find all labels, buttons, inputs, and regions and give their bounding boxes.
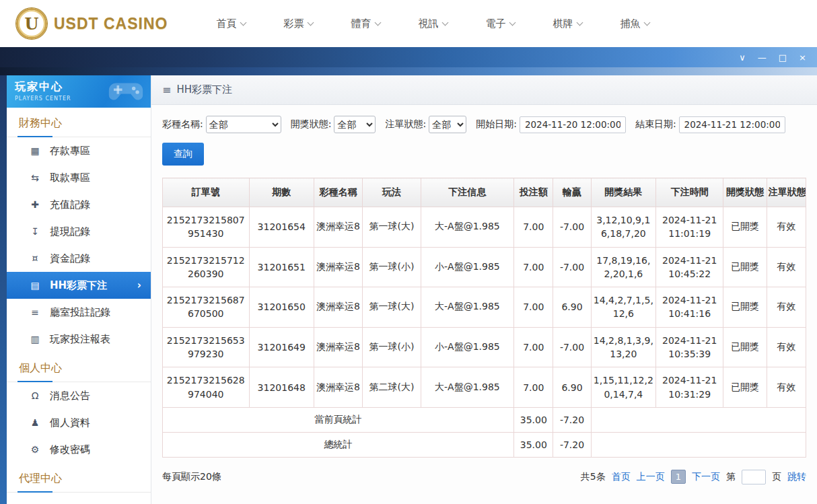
nav-label: 棋牌: [553, 17, 573, 30]
prev-page-link[interactable]: 上一页: [637, 471, 665, 483]
cell-play-type: 第一球(大): [363, 207, 421, 248]
page-total-row: 當前頁統計 35.00 -7.20: [163, 407, 806, 432]
sidebar-item-withdraw[interactable]: ⇆ 取款專區: [7, 164, 151, 191]
table-row: 2152173215712260390 31201651 澳洲幸运8 第一球(小…: [163, 247, 806, 287]
cell-bet-amount: 7.00: [514, 247, 553, 287]
lottery-name-select[interactable]: 全部: [206, 116, 281, 133]
gamepad-icon: [106, 79, 145, 104]
table-row: 2152173215807951430 31201654 澳洲幸运8 第一球(大…: [163, 207, 806, 248]
menu-icon[interactable]: ≡: [162, 83, 171, 96]
draw-status-label: 開獎狀態:: [291, 118, 332, 131]
top-header: U USDT CASINO 首頁 彩票 體育 視訊 電子 棋牌 捕魚: [0, 0, 817, 47]
cell-play-type: 第一球(小): [363, 327, 421, 367]
start-date-input[interactable]: [520, 116, 626, 133]
sidebar: 玩家中心 PLAYERS CENTER 財務中心 ▦ 存款專區 ⇆: [7, 75, 151, 504]
order-status-label: 注單狀態:: [385, 118, 426, 131]
nav-label: 電子: [485, 17, 505, 30]
filter-panel: 彩種名稱: 全部 開獎狀態: 全部 注單狀態: 全部 開始日期: 結束日期:: [151, 105, 817, 175]
brand[interactable]: U USDT CASINO: [16, 8, 168, 39]
cell-order-status: 有效: [767, 247, 806, 287]
col-bet-amount: 投注額: [514, 178, 553, 207]
nav-item-chess[interactable]: 棋牌: [553, 17, 582, 30]
cell-draw-result: 14,4,2,7,1,5,12,6: [591, 287, 655, 328]
jump-prefix-label: 第: [726, 471, 736, 483]
cell-lottery-name: 澳洲幸运8: [314, 207, 362, 248]
cell-order-no: 2152173215807951430: [163, 207, 250, 248]
grand-total-winloss: -7.20: [553, 432, 591, 457]
draw-status-select[interactable]: 全部: [334, 116, 376, 133]
window-minimize-icon[interactable]: —: [758, 53, 767, 62]
page-jump-input[interactable]: [742, 470, 766, 484]
cell-bet-time: 2024-11-21 11:01:19: [656, 207, 723, 248]
bell-icon: Ω: [28, 390, 42, 401]
sidebar-item-label: 修改密碼: [50, 443, 90, 456]
section-title-agent: 代理中心: [7, 463, 151, 493]
cell-draw-status: 已開獎: [723, 287, 767, 328]
search-button[interactable]: 查詢: [162, 143, 204, 166]
cell-win-loss: 6.90: [553, 367, 591, 408]
cell-lottery-name: 澳洲幸运8: [314, 287, 362, 328]
col-draw-result: 開獎結果: [591, 178, 655, 207]
breadcrumb: ≡ HH彩票下注: [151, 75, 817, 105]
sidebar-item-funds-record[interactable]: ¤ 資金記錄: [7, 245, 151, 272]
page-size-text: 每頁顯示20條: [162, 471, 221, 483]
first-page-link[interactable]: 首页: [612, 471, 631, 483]
sidebar-item-profile[interactable]: ♟ 個人資料: [7, 409, 151, 436]
user-icon: ♟: [28, 417, 42, 428]
window-close-icon[interactable]: ×: [799, 53, 806, 62]
sidebar-item-label: 消息公告: [50, 390, 90, 402]
brand-logo-icon: U: [16, 8, 47, 39]
cell-order-status: 有效: [767, 287, 806, 328]
order-status-select[interactable]: 全部: [429, 116, 466, 133]
sidebar-item-label: HH彩票下注: [50, 279, 107, 292]
next-page-link[interactable]: 下一页: [692, 471, 720, 483]
cell-bet-time: 2024-11-21 10:45:22: [656, 247, 723, 287]
gear-icon: ⚙: [28, 444, 42, 455]
window-collapse-icon[interactable]: ∨: [739, 53, 746, 62]
nav-item-lottery[interactable]: 彩票: [283, 17, 313, 30]
cell-draw-result: 3,12,10,9,16,18,7,20: [591, 207, 655, 248]
nav-item-video[interactable]: 視訊: [418, 17, 448, 30]
chevron-down-icon: [240, 20, 247, 26]
cell-bet-amount: 7.00: [514, 287, 553, 328]
section-title-personal: 個人中心: [7, 353, 151, 382]
sidebar-item-room-bet-record[interactable]: ≡ 廳室投註記錄: [7, 299, 151, 326]
cell-draw-status: 已開獎: [723, 327, 767, 367]
grand-total-bet: 35.00: [514, 432, 553, 457]
sidebar-item-player-bet-report[interactable]: ▥ 玩家投注報表: [7, 326, 151, 353]
chevron-down-icon: [308, 20, 314, 26]
page-total-empty: [591, 407, 806, 432]
current-page-indicator[interactable]: 1: [671, 470, 686, 484]
sidebar-item-recharge-record[interactable]: ✚ 充值記錄: [7, 191, 151, 218]
cell-lottery-name: 澳洲幸运8: [314, 367, 362, 408]
cell-order-status: 有效: [767, 367, 806, 408]
end-date-label: 結束日期:: [635, 118, 676, 131]
jump-button[interactable]: 跳转: [787, 471, 806, 483]
bets-table: 訂單號 期數 彩種名稱 玩法 下注信息 投注額 輸贏 開獎結果 下注時間 開獎狀…: [162, 178, 806, 458]
report-icon: ▥: [28, 334, 42, 345]
nav-label: 首頁: [216, 17, 236, 30]
window-maximize-icon[interactable]: □: [779, 53, 787, 62]
sidebar-item-announcements[interactable]: Ω 消息公告: [7, 382, 151, 409]
cell-bet-time: 2024-11-21 10:35:39: [656, 327, 723, 367]
cell-win-loss: 6.90: [553, 287, 591, 328]
window-left-edge: [0, 75, 7, 504]
cell-draw-status: 已開獎: [723, 367, 767, 408]
lottery-name-label: 彩種名稱:: [162, 118, 203, 131]
jump-suffix-label: 页: [772, 471, 781, 483]
sidebar-item-deposit[interactable]: ▦ 存款專區: [7, 137, 151, 164]
nav-label: 捕魚: [620, 17, 640, 30]
nav-item-fishing[interactable]: 捕魚: [620, 17, 649, 30]
sidebar-item-change-password[interactable]: ⚙ 修改密碼: [7, 436, 151, 463]
col-lottery-name: 彩種名稱: [314, 178, 362, 207]
nav-item-electronic[interactable]: 電子: [485, 17, 515, 30]
nav-item-sports[interactable]: 體育: [351, 17, 380, 30]
nav-item-home[interactable]: 首頁: [216, 17, 246, 30]
end-date-input[interactable]: [679, 116, 785, 133]
col-win-loss: 輸贏: [553, 178, 591, 207]
cell-bet-amount: 7.00: [514, 207, 553, 248]
cell-play-type: 第二球(大): [363, 367, 421, 408]
sidebar-item-hh-lottery-bets[interactable]: ▤ HH彩票下注 ›: [7, 272, 151, 299]
sidebar-item-withdrawal-record[interactable]: ↧ 提現記錄: [7, 218, 151, 245]
cell-bet-amount: 7.00: [514, 327, 553, 367]
